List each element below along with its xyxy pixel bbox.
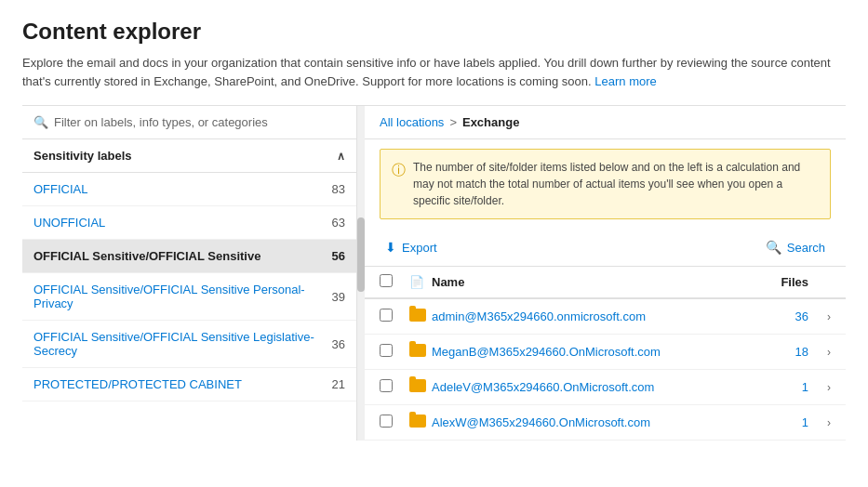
sensitivity-labels-header: Sensitivity labels ∧ — [22, 139, 356, 173]
row-arrow: › — [808, 416, 831, 429]
file-icon: 📄 — [409, 275, 424, 289]
page-title: Content explorer — [22, 19, 846, 45]
scrollbar-thumb[interactable] — [357, 217, 365, 292]
info-banner: ⓘ The number of site/folder items listed… — [380, 149, 831, 219]
section-title: Sensitivity labels — [33, 149, 132, 163]
row-files: 36 — [734, 309, 808, 323]
folder-icon — [409, 309, 426, 322]
label-count: 83 — [332, 182, 345, 196]
row-folder-icon — [409, 379, 432, 395]
row-checkbox-3[interactable] — [380, 379, 409, 395]
row-name: AlexW@M365x294660.OnMicrosoft.com — [432, 415, 734, 429]
label-item-official-sensitive-personal[interactable]: OFFICIAL Sensitive/OFFICIAL Sensitive Pe… — [22, 273, 356, 321]
row-checkbox-2[interactable] — [380, 344, 409, 360]
label-item-official-sensitive-legislative[interactable]: OFFICIAL Sensitive/OFFICIAL Sensitive Le… — [22, 321, 356, 368]
table-row[interactable]: AdeleV@M365x294660.OnMicrosoft.com 1 › — [365, 370, 846, 405]
search-label: Search — [787, 241, 825, 255]
export-icon: ⬇ — [385, 240, 396, 255]
row-arrow: › — [808, 381, 831, 394]
chevron-up-icon[interactable]: ∧ — [337, 150, 345, 163]
row-name: MeganB@M365x294660.OnMicrosoft.com — [432, 345, 734, 359]
export-button[interactable]: ⬇ Export — [380, 236, 443, 258]
row-folder-icon — [409, 415, 432, 430]
label-item-official[interactable]: OFFICIAL 83 — [22, 173, 356, 206]
breadcrumb-separator: > — [449, 115, 457, 129]
row-checkbox-1[interactable] — [380, 309, 409, 324]
label-count: 63 — [332, 216, 345, 230]
folder-icon — [409, 344, 426, 357]
table-row[interactable]: MeganB@M365x294660.OnMicrosoft.com 18 › — [365, 335, 846, 370]
row-checkbox[interactable] — [380, 415, 393, 428]
file-table: 📄 Name Files admin@M365x294660.onmicroso… — [365, 267, 846, 441]
row-files: 18 — [734, 345, 808, 359]
breadcrumb-all-locations[interactable]: All locations — [380, 115, 444, 129]
header-check — [380, 274, 409, 290]
label-count: 21 — [332, 377, 345, 391]
col-name-header: Name — [432, 275, 734, 289]
table-row[interactable]: admin@M365x294660.onmicrosoft.com 36 › — [365, 299, 846, 335]
scrollbar-track[interactable] — [357, 106, 365, 441]
row-arrow: › — [808, 346, 831, 359]
folder-icon — [409, 379, 426, 392]
folder-icon — [409, 415, 426, 428]
label-count: 36 — [332, 337, 345, 351]
row-name: AdeleV@M365x294660.OnMicrosoft.com — [432, 380, 734, 394]
export-label: Export — [402, 241, 437, 255]
label-name: OFFICIAL Sensitive/OFFICIAL Sensitive Le… — [33, 330, 332, 358]
label-name: OFFICIAL Sensitive/OFFICIAL Sensitive Pe… — [33, 283, 332, 310]
label-name: PROTECTED/PROTECTED CABINET — [33, 377, 242, 391]
table-row[interactable]: AlexW@M365x294660.OnMicrosoft.com 1 › — [365, 405, 846, 441]
row-files: 1 — [734, 415, 808, 429]
row-checkbox-4[interactable] — [380, 415, 409, 430]
label-name: OFFICIAL Sensitive/OFFICIAL Sensitive — [33, 249, 260, 263]
label-item-protected-cabinet[interactable]: PROTECTED/PROTECTED CABINET 21 — [22, 368, 356, 401]
row-files: 1 — [734, 380, 808, 394]
col-files-header: Files — [734, 275, 808, 289]
filter-bar[interactable]: 🔍 Filter on labels, info types, or categ… — [22, 106, 356, 139]
row-name: admin@M365x294660.onmicrosoft.com — [432, 309, 734, 323]
row-checkbox[interactable] — [380, 379, 393, 392]
row-arrow: › — [808, 310, 831, 323]
label-item-official-sensitive[interactable]: OFFICIAL Sensitive/OFFICIAL Sensitive 56 — [22, 240, 356, 273]
label-item-unofficial[interactable]: UNOFFICIAL 63 — [22, 206, 356, 240]
label-count: 56 — [332, 249, 345, 263]
select-all-checkbox[interactable] — [380, 274, 393, 287]
label-name: UNOFFICIAL — [33, 216, 105, 230]
row-folder-icon — [409, 344, 432, 360]
row-checkbox[interactable] — [380, 309, 393, 322]
info-icon: ⓘ — [392, 160, 406, 181]
info-banner-text: The number of site/folder items listed b… — [413, 159, 819, 209]
filter-placeholder: Filter on labels, info types, or categor… — [54, 115, 268, 129]
row-folder-icon — [409, 309, 432, 324]
breadcrumb-current: Exchange — [462, 115, 519, 129]
page-description: Explore the email and docs in your organ… — [22, 54, 846, 90]
search-button[interactable]: 🔍 Search — [760, 236, 831, 258]
filter-search-icon: 🔍 — [33, 115, 48, 129]
label-list: OFFICIAL 83 UNOFFICIAL 63 OFFICIAL Sensi… — [22, 173, 356, 441]
breadcrumb: All locations > Exchange — [365, 106, 846, 139]
label-name: OFFICIAL — [33, 182, 88, 196]
learn-more-link[interactable]: Learn more — [594, 74, 656, 88]
row-checkbox[interactable] — [380, 344, 393, 357]
table-header: 📄 Name Files — [365, 267, 846, 299]
toolbar: ⬇ Export 🔍 Search — [365, 229, 846, 267]
label-count: 39 — [332, 290, 345, 304]
header-file-icon-col: 📄 — [409, 275, 432, 289]
search-icon: 🔍 — [766, 240, 781, 255]
